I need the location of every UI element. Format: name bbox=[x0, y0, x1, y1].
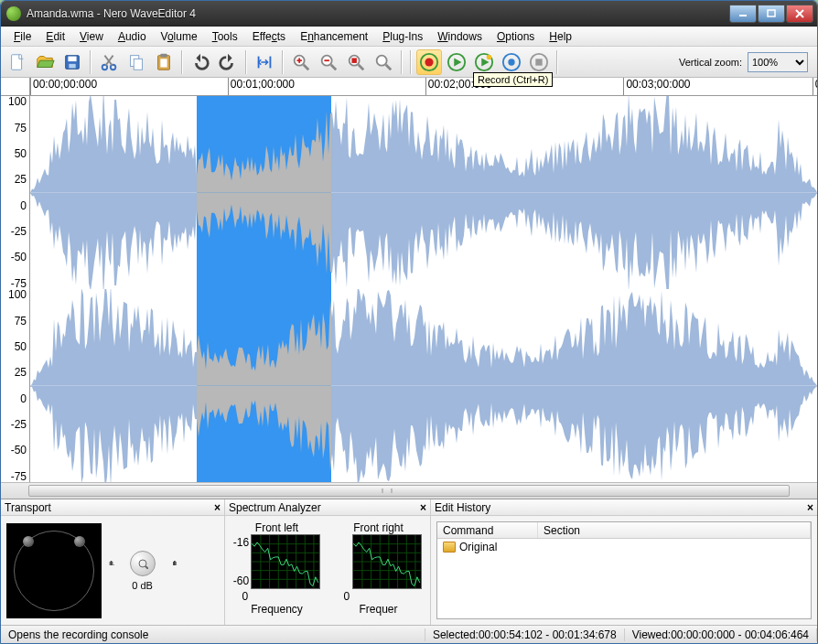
menu-options[interactable]: Options bbox=[490, 27, 542, 46]
meter-left-icon: ıllı. bbox=[109, 559, 113, 567]
time-ruler[interactable]: 00:00;00:00000:01;00:00000:02;00:00000:0… bbox=[30, 78, 817, 95]
svg-line-41 bbox=[145, 566, 148, 569]
menu-view[interactable]: View bbox=[72, 27, 111, 46]
meter-right-icon: ıllı bbox=[172, 559, 176, 567]
status-selected: Selected:00:00:54:102 - 00:01:34:678 bbox=[425, 628, 625, 641]
channel-right bbox=[30, 289, 817, 482]
svg-line-24 bbox=[331, 64, 337, 70]
transport-dial[interactable] bbox=[6, 523, 102, 618]
spectrum-left-plot bbox=[251, 534, 320, 589]
menu-windows[interactable]: Windows bbox=[430, 27, 490, 46]
menu-audio[interactable]: Audio bbox=[111, 27, 154, 46]
play-button[interactable] bbox=[444, 49, 469, 75]
spectrum-xlabel-left: Frequency bbox=[251, 603, 303, 616]
app-window: Amanda.wma - Nero WaveEditor 4 File Edit… bbox=[0, 0, 818, 644]
svg-point-40 bbox=[139, 560, 146, 567]
waveform-area: 1007550250-25-50-75 1007550250-25-50-75 bbox=[1, 96, 817, 482]
vertical-zoom-label: Vertical zoom: bbox=[679, 57, 742, 68]
history-title: Edit History bbox=[435, 501, 490, 514]
select-all-button[interactable] bbox=[252, 49, 277, 75]
svg-line-20 bbox=[304, 64, 309, 70]
maximize-button[interactable] bbox=[758, 5, 785, 23]
menu-file[interactable]: File bbox=[6, 27, 38, 46]
new-button[interactable] bbox=[5, 49, 30, 75]
history-col-command[interactable]: Command bbox=[437, 522, 538, 538]
save-button[interactable] bbox=[59, 49, 85, 75]
rewind-button[interactable] bbox=[499, 49, 524, 75]
menu-volume[interactable]: Volume bbox=[154, 27, 205, 46]
app-icon bbox=[6, 6, 21, 21]
gain-knob[interactable] bbox=[130, 551, 156, 576]
svg-point-29 bbox=[377, 55, 387, 65]
zoom-selection-button[interactable] bbox=[343, 49, 369, 75]
svg-rect-16 bbox=[160, 59, 167, 67]
status-viewed: Viewed:00:00:00:000 - 00:04:06:464 bbox=[625, 628, 817, 641]
history-row-label: Original bbox=[459, 541, 497, 553]
zoom-out-button[interactable] bbox=[316, 49, 341, 75]
svg-rect-7 bbox=[69, 63, 75, 68]
spectrum-title: Spectrum Analyzer bbox=[229, 501, 321, 514]
stop-button[interactable] bbox=[526, 49, 552, 75]
menu-help[interactable]: Help bbox=[542, 27, 579, 46]
redo-button[interactable] bbox=[215, 49, 241, 75]
play-loop-button[interactable] bbox=[471, 49, 497, 75]
svg-point-35 bbox=[487, 54, 492, 59]
svg-rect-13 bbox=[134, 59, 142, 70]
svg-line-27 bbox=[359, 64, 364, 70]
zoom-in-button[interactable] bbox=[288, 49, 314, 75]
svg-rect-15 bbox=[160, 53, 167, 57]
svg-rect-1 bbox=[768, 10, 775, 16]
menu-enhancement[interactable]: Enhancement bbox=[293, 27, 375, 46]
spectrum-close-icon[interactable]: × bbox=[420, 501, 426, 514]
statusbar: Opens the recording console Selected:00:… bbox=[1, 625, 817, 643]
minimize-button[interactable] bbox=[729, 5, 757, 23]
status-message: Opens the recording console bbox=[1, 628, 425, 641]
folder-icon bbox=[443, 542, 456, 553]
titlebar[interactable]: Amanda.wma - Nero WaveEditor 4 bbox=[1, 1, 817, 27]
spectrum-panel: Spectrum Analyzer× Front left -16-60 0 F… bbox=[225, 499, 431, 625]
spectrum-right-label: Front right bbox=[353, 521, 404, 534]
menu-tools[interactable]: Tools bbox=[205, 27, 245, 46]
horizontal-scrollbar[interactable] bbox=[1, 482, 817, 499]
transport-db: 0 dB bbox=[132, 580, 153, 591]
history-panel: Edit History× Command Section Original bbox=[431, 499, 817, 625]
paste-button[interactable] bbox=[151, 49, 177, 75]
open-button[interactable] bbox=[32, 49, 58, 75]
svg-rect-39 bbox=[535, 59, 542, 65]
svg-rect-28 bbox=[351, 58, 357, 62]
waveform-canvas[interactable] bbox=[30, 96, 817, 482]
zoom-fit-button[interactable] bbox=[371, 49, 396, 75]
svg-line-30 bbox=[386, 64, 392, 70]
vertical-zoom-select[interactable]: 100% bbox=[748, 52, 808, 72]
record-button[interactable] bbox=[416, 49, 442, 75]
svg-point-37 bbox=[508, 59, 514, 65]
panels-row: Transport× ıllı. ıllı 0 dB Spectrum Anal… bbox=[1, 499, 817, 625]
menu-plugins[interactable]: Plug-Ins bbox=[375, 27, 430, 46]
menu-effects[interactable]: Effects bbox=[245, 27, 293, 46]
spectrum-right-plot bbox=[352, 534, 422, 589]
svg-point-32 bbox=[425, 58, 433, 66]
menubar: File Edit View Audio Volume Tools Effect… bbox=[1, 27, 817, 47]
transport-close-icon[interactable]: × bbox=[214, 501, 221, 514]
time-ruler-row: 00:00;00:00000:01;00:00000:02;00:00000:0… bbox=[1, 78, 817, 96]
scrollbar-thumb[interactable] bbox=[28, 485, 790, 497]
history-table[interactable]: Command Section Original bbox=[436, 521, 812, 619]
spectrum-xlabel-right: Frequer bbox=[359, 603, 397, 616]
toolbar: Vertical zoom: 100% bbox=[1, 47, 817, 78]
svg-rect-4 bbox=[12, 54, 22, 70]
undo-button[interactable] bbox=[188, 49, 213, 75]
cut-button[interactable] bbox=[96, 49, 122, 75]
window-title: Amanda.wma - Nero WaveEditor 4 bbox=[27, 7, 728, 20]
history-col-section[interactable]: Section bbox=[538, 522, 811, 538]
history-row[interactable]: Original bbox=[437, 539, 811, 555]
transport-title: Transport bbox=[5, 501, 51, 514]
history-close-icon[interactable]: × bbox=[807, 501, 813, 514]
menu-edit[interactable]: Edit bbox=[38, 27, 72, 46]
copy-button[interactable] bbox=[124, 49, 149, 75]
transport-panel: Transport× ıllı. ıllı 0 dB bbox=[1, 499, 225, 625]
selection-overlay bbox=[197, 96, 330, 482]
spectrum-left-label: Front left bbox=[255, 521, 298, 534]
close-button[interactable] bbox=[786, 5, 813, 23]
channel-left bbox=[30, 96, 817, 289]
record-tooltip: Record (Ctrl+R) bbox=[473, 72, 553, 87]
